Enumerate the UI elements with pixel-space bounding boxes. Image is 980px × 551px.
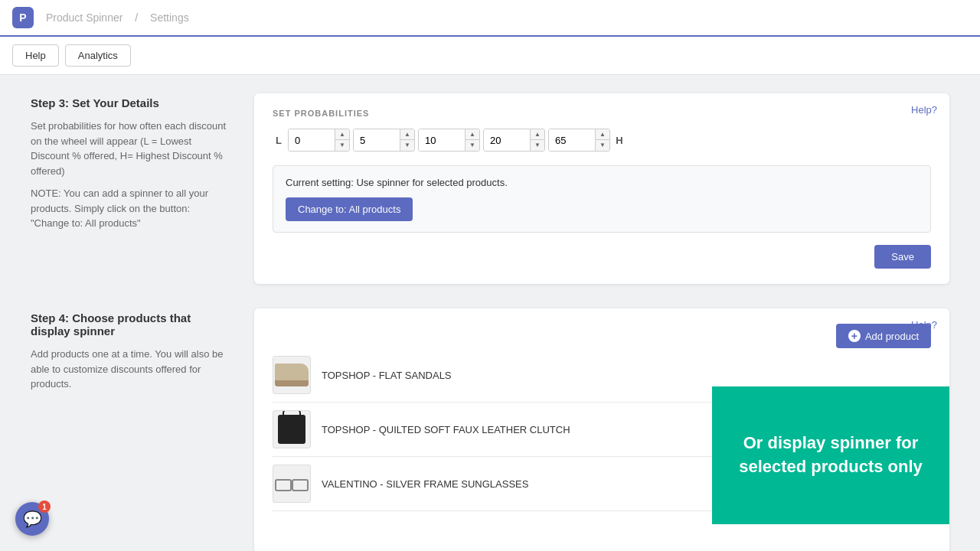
prob-down-1[interactable]: ▼	[400, 140, 414, 151]
glasses-thumbnail-icon	[275, 476, 309, 491]
prob-input-1[interactable]: ▲ ▼	[353, 129, 415, 152]
prob-label-high: H	[613, 135, 626, 146]
prob-up-1[interactable]: ▲	[400, 129, 414, 140]
buttons-row: Help Analytics	[0, 37, 980, 75]
prob-value-4[interactable]	[549, 129, 595, 151]
chat-bubble[interactable]: 💬 1	[15, 502, 49, 536]
prob-value-2[interactable]	[419, 129, 465, 151]
analytics-button[interactable]: Analytics	[65, 44, 131, 67]
step3-left: Step 3: Set Your Details Set probabiliti…	[31, 93, 230, 284]
product-name-0: TOPSHOP - FLAT SANDALS	[322, 370, 452, 381]
overlay-banner-text: Or display spinner for selected products…	[727, 432, 934, 479]
save-button[interactable]: Save	[874, 245, 931, 269]
step4-section: Step 4: Choose products that display spi…	[31, 308, 949, 551]
step4-help-link[interactable]: Help?	[911, 319, 937, 331]
product-name-1: TOPSHOP - QUILTED SOFT FAUX LEATHER CLUT…	[322, 424, 570, 435]
step3-desc1: Set probabilities for how often each dis…	[31, 119, 230, 178]
app-logo: P	[12, 7, 34, 28]
prob-down-4[interactable]: ▼	[596, 140, 609, 151]
step4-left: Step 4: Choose products that display spi…	[31, 308, 230, 551]
prob-down-3[interactable]: ▼	[531, 140, 544, 151]
save-row: Save	[273, 245, 931, 269]
step3-desc2: NOTE: You can add a spinner to all your …	[31, 186, 230, 231]
breadcrumb: Product Spinner / Settings	[41, 11, 194, 24]
product-thumb-2	[273, 465, 311, 503]
prob-up-0[interactable]: ▲	[335, 129, 349, 140]
prob-value-0[interactable]	[289, 129, 335, 151]
prob-up-4[interactable]: ▲	[596, 129, 609, 140]
products-list: TOPSHOP - FLAT SANDALS TOPSHOP - QUILTED…	[273, 348, 931, 511]
prob-arrows-2: ▲ ▼	[465, 129, 479, 151]
plus-icon: +	[848, 330, 861, 342]
shoe-thumbnail-icon	[275, 364, 309, 386]
prob-down-0[interactable]: ▼	[335, 140, 349, 151]
product-thumb-0	[273, 356, 311, 394]
prob-arrows-0: ▲ ▼	[335, 129, 349, 151]
step4-desc1: Add products one at a time. You will als…	[31, 347, 230, 392]
overlay-banner: Or display spinner for selected products…	[712, 386, 949, 524]
prob-row: L ▲ ▼ ▲ ▼	[273, 129, 931, 152]
prob-up-3[interactable]: ▲	[531, 129, 544, 140]
set-prob-label: SET PROBABILITIES	[273, 109, 931, 118]
app-name: Product Spinner	[46, 11, 122, 24]
step3-help-link[interactable]: Help?	[911, 104, 937, 116]
breadcrumb-separator: /	[135, 11, 138, 24]
prob-up-2[interactable]: ▲	[466, 129, 479, 140]
page-name: Settings	[150, 11, 189, 24]
help-button[interactable]: Help	[12, 44, 59, 67]
add-product-label: Add product	[865, 331, 919, 342]
bag-thumbnail-icon	[278, 415, 305, 444]
prob-down-2[interactable]: ▼	[466, 140, 479, 151]
topbar: P Product Spinner / Settings	[0, 0, 980, 37]
current-setting-box: Current setting: Use spinner for selecte…	[273, 165, 931, 233]
prob-arrows-3: ▲ ▼	[530, 129, 544, 151]
current-setting-text: Current setting: Use spinner for selecte…	[286, 177, 918, 188]
prob-arrows-4: ▲ ▼	[595, 129, 609, 151]
step4-title: Step 4: Choose products that display spi…	[31, 311, 230, 337]
change-products-button[interactable]: Change to: All products	[286, 197, 413, 221]
product-name-2: VALENTINO - SILVER FRAME SUNGLASSES	[322, 478, 528, 490]
prob-arrows-1: ▲ ▼	[400, 129, 414, 151]
prob-value-3[interactable]	[484, 129, 530, 151]
step4-right: Help? + Add product TOPSHOP - FLAT SANDA…	[254, 308, 949, 551]
prob-input-2[interactable]: ▲ ▼	[418, 129, 480, 152]
prob-input-3[interactable]: ▲ ▼	[483, 129, 545, 152]
chat-icon: 💬	[23, 510, 42, 528]
prob-label-low: L	[273, 135, 285, 146]
step3-right: Help? SET PROBABILITIES L ▲ ▼ ▲ ▼	[254, 93, 949, 284]
step3-section: Step 3: Set Your Details Set probabiliti…	[31, 93, 949, 284]
prob-value-1[interactable]	[354, 129, 400, 151]
step3-title: Step 3: Set Your Details	[31, 96, 230, 109]
prob-input-0[interactable]: ▲ ▼	[288, 129, 350, 152]
chat-badge: 1	[38, 500, 51, 513]
prob-input-4[interactable]: ▲ ▼	[548, 129, 610, 152]
product-thumb-1	[273, 410, 311, 448]
main-content: Step 3: Set Your Details Set probabiliti…	[0, 75, 980, 551]
